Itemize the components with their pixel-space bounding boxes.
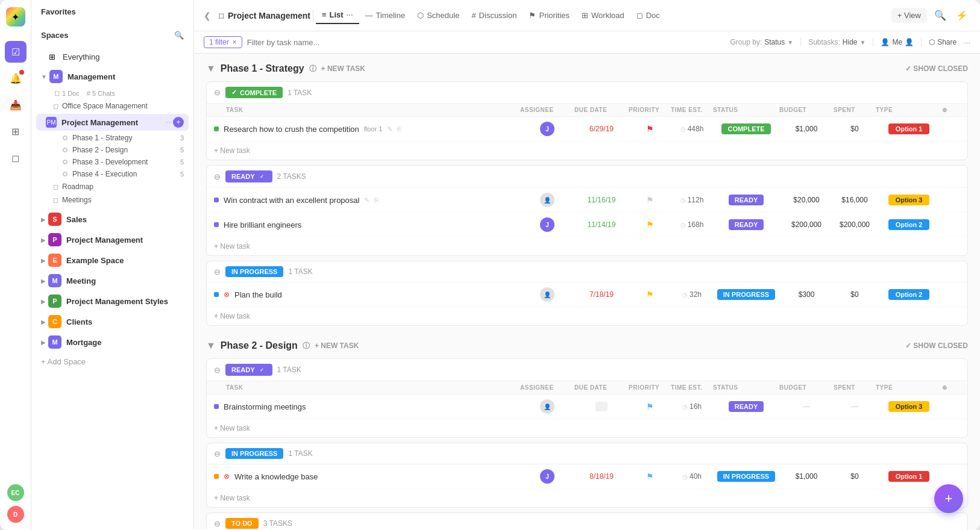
add-task-button[interactable]: + New task [214,494,960,502]
ready-toggle[interactable]: ⊖ [214,172,221,181]
fab-button[interactable]: + [934,484,963,513]
sidebar-sales[interactable]: ▶ S Sales [31,209,193,229]
pm-dots[interactable]: ··· [165,119,171,126]
phase-1-new-task-button[interactable]: + NEW TASK [321,64,365,73]
sidebar-example[interactable]: ▶ E Example Space [31,250,193,270]
cancel-icon: ⊗ [224,472,230,481]
col-add[interactable]: ⊕ [942,107,960,113]
sidebar-item-roadmap[interactable]: ◻ Roadmap [31,180,193,193]
group-by-option[interactable]: Group by: Status ▼ [730,38,794,46]
subtasks-option[interactable]: Subtasks: Hide ▼ [808,38,865,46]
tab-priorities[interactable]: ⚑ Priorities [523,7,576,23]
sidebar-pm[interactable]: ▶ P Project Management [31,229,193,250]
nav-grid[interactable]: ⊞ [5,120,27,142]
filter-remove-button[interactable]: × [233,38,237,46]
sidebar-clients[interactable]: ▶ C Clients [31,311,193,332]
new-task-label-2: + NEW TASK [315,341,359,350]
add-task-button[interactable]: + New task [214,424,960,432]
task-name[interactable]: Write a knowledge base [234,472,318,481]
p2-in-progress-toggle[interactable]: ⊖ [214,449,221,458]
tab-workload[interactable]: ⊞ Workload [576,7,630,23]
p2-ready-toggle[interactable]: ⊖ [214,366,221,375]
task-color-indicator [214,222,219,227]
edit-icon[interactable]: ✎ [364,196,369,204]
task-status: IN PROGRESS [717,471,775,482]
nav-inbox[interactable]: 📥 [5,94,27,116]
p2-todo-toggle[interactable]: ⊖ [214,519,221,528]
filter-input[interactable] [247,38,726,47]
sidebar-item-meetings[interactable]: ◻ Meetings [31,193,193,207]
add-view-button[interactable]: + View [891,8,927,23]
app-logo[interactable]: ✦ [6,7,25,26]
assignee-empty: 👤 [540,399,554,414]
task-name[interactable]: Research how to crush the competition [224,125,359,134]
list-dots[interactable]: ··· [347,10,353,19]
link-icon[interactable]: ⎘ [374,196,378,204]
tab-timeline[interactable]: — Timeline [359,7,412,23]
sidebar-item-office-space[interactable]: ◻ Office Space Management [31,99,193,113]
phase-2-info-icon[interactable]: ⓘ [303,341,310,351]
icon-bar: ✦ ☑ 🔔 📥 ⊞ ◻ EC D [0,0,31,530]
phase-2-design[interactable]: Phase 2 - Design 5 [31,144,193,156]
complete-col-headers: TASK ASSIGNEE DUE DATE PRIORITY TIME EST… [207,104,967,117]
phase-4-exec[interactable]: Phase 4 - Execution 5 [31,168,193,180]
clients-avatar: C [48,315,61,328]
task-name[interactable]: Hire brilliant engineers [224,220,301,229]
add-space-button[interactable]: + Add Space [31,352,193,371]
assignee-cell: J [520,469,574,484]
col-add[interactable]: ⊕ [942,384,960,391]
task-name[interactable]: Plan the build [234,290,282,299]
me-option[interactable]: 👤 Me 👤 [881,38,914,46]
link-icon[interactable]: ⎘ [397,125,401,132]
tab-list[interactable]: ≡ List ··· [316,7,359,24]
meta-doc[interactable]: ◻ 1 Doc [54,89,80,97]
tab-doc[interactable]: ◻ Doc [630,7,666,23]
phase-1-info-icon[interactable]: ⓘ [309,64,316,74]
meta-doc-label: 1 Doc [62,90,80,97]
sidebar-item-everything[interactable]: ⊞ Everything [36,48,189,66]
share-button[interactable]: ⬡ Share [929,38,956,46]
pm-styles-label: Project Management Styles [66,297,184,306]
phase-2-show-closed-button[interactable]: ✓ SHOW CLOSED [905,341,968,350]
tab-discussion[interactable]: # Discussion [465,7,523,23]
lightning-button[interactable]: ⚡ [953,7,970,23]
in-progress-toggle[interactable]: ⊖ [214,267,221,276]
sidebar-pm-styles[interactable]: ▶ P Project Management Styles [31,291,193,311]
tab-schedule[interactable]: ⬡ Schedule [411,7,465,23]
clock-icon: ◷ [680,126,686,132]
phase-2-new-task-button[interactable]: + NEW TASK [315,341,359,350]
phase-1-toggle[interactable]: ▼ [206,63,216,74]
spaces-title: Spaces [41,31,69,40]
doc-label: Doc [646,11,660,20]
edit-icon[interactable]: ✎ [387,125,392,133]
add-task-button[interactable]: + New task [214,242,960,251]
sidebar-meeting[interactable]: ▶ M Meeting [31,270,193,291]
phase-1-show-closed-button[interactable]: ✓ SHOW CLOSED [905,64,968,73]
phase-3-dev[interactable]: Phase 3 - Development 5 [31,156,193,168]
filter-more-button[interactable]: ··· [964,38,970,47]
task-name[interactable]: Brainstorming meetings [224,402,306,411]
sidebar-item-project-management[interactable]: PM Project Management ··· + [36,114,189,131]
pm-add-button[interactable]: + [173,117,184,128]
collapse-sidebar-button[interactable]: ❮ [204,11,211,20]
search-button[interactable]: 🔍 [932,7,949,23]
clock-icon: ◷ [682,473,688,480]
add-task-button[interactable]: + New task [214,146,960,155]
in-progress-add-row: + New task [207,307,967,325]
sidebar-mortgage[interactable]: ▶ M Mortgage [31,332,193,352]
user-avatar-red[interactable]: D [7,506,24,523]
assignee-cell: 👤 [520,287,574,302]
task-name[interactable]: Win contract with an excellent proposal [224,196,359,205]
filter-tag[interactable]: 1 filter × [204,36,242,48]
nav-notifications[interactable]: 🔔 [5,67,27,89]
nav-home[interactable]: ☑ [5,41,27,63]
sidebar-management-header[interactable]: ▼ M Management [31,66,193,87]
meta-chats[interactable]: # 5 Chats [87,90,115,97]
phase-2-toggle[interactable]: ▼ [206,340,216,351]
user-avatar-green[interactable]: EC [7,484,24,501]
sidebar-search-icon[interactable]: 🔍 [174,31,184,40]
nav-doc[interactable]: ◻ [5,147,27,169]
phase-1-strategy[interactable]: Phase 1 - Strategy 3 [31,132,193,144]
complete-toggle[interactable]: ⊖ [214,88,221,97]
add-task-button[interactable]: + New task [214,312,960,320]
